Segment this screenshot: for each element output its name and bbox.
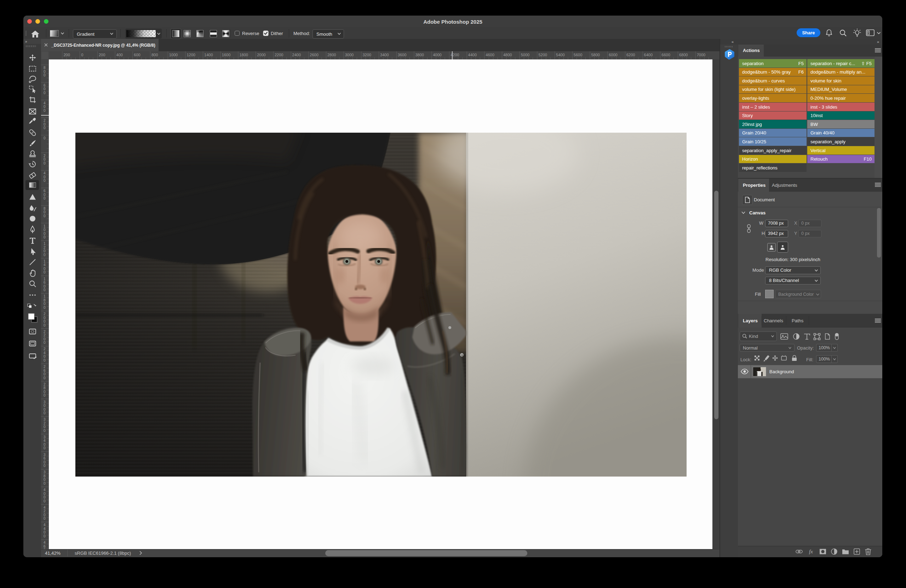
svg-text:0: 0 — [43, 253, 46, 257]
svg-text:0: 0 — [43, 446, 46, 450]
svg-text:1: 1 — [43, 224, 46, 228]
svg-text:3: 3 — [43, 417, 46, 421]
svg-text:0: 0 — [43, 530, 46, 534]
svg-text:2: 2 — [43, 347, 46, 351]
svg-text:3000: 3000 — [345, 53, 354, 57]
svg-text:0: 0 — [43, 359, 46, 362]
svg-text:8: 8 — [43, 66, 46, 70]
svg-text:6: 6 — [43, 369, 46, 373]
svg-text:6400: 6400 — [644, 53, 652, 57]
svg-text:0: 0 — [43, 175, 46, 179]
svg-text:6: 6 — [43, 83, 46, 88]
svg-text:2: 2 — [43, 509, 46, 513]
svg-text:200: 200 — [99, 53, 105, 57]
svg-text:0: 0 — [43, 425, 46, 429]
svg-text:2: 2 — [43, 333, 46, 337]
svg-text:3: 3 — [43, 453, 46, 457]
svg-text:1000: 1000 — [169, 53, 178, 57]
svg-text:0: 0 — [43, 267, 46, 271]
svg-text:1: 1 — [43, 294, 46, 298]
svg-text:4800: 4800 — [503, 53, 512, 57]
svg-text:6: 6 — [43, 545, 46, 548]
svg-text:2: 2 — [43, 382, 46, 386]
svg-text:4: 4 — [43, 540, 46, 545]
svg-text:2: 2 — [43, 421, 46, 425]
svg-text:2200: 2200 — [274, 53, 283, 57]
svg-text:4: 4 — [43, 171, 46, 175]
svg-text:0: 0 — [43, 302, 46, 306]
svg-text:0: 0 — [43, 404, 46, 408]
svg-text:0: 0 — [43, 161, 46, 165]
svg-text:8: 8 — [43, 386, 46, 390]
svg-text:0: 0 — [43, 232, 46, 236]
svg-text:0: 0 — [43, 288, 46, 292]
svg-text:4: 4 — [43, 488, 46, 492]
svg-text:8: 8 — [43, 298, 46, 302]
svg-text:4: 4 — [43, 505, 46, 510]
svg-text:0: 0 — [43, 478, 46, 481]
svg-text:0: 0 — [43, 429, 46, 433]
svg-text:0: 0 — [43, 126, 46, 130]
svg-text:0: 0 — [43, 105, 46, 108]
svg-text:0: 0 — [43, 210, 46, 214]
svg-text:2800: 2800 — [327, 53, 336, 57]
svg-text:800: 800 — [152, 53, 158, 57]
svg-text:0: 0 — [43, 534, 46, 538]
svg-text:6800: 6800 — [679, 53, 687, 57]
svg-text:0: 0 — [43, 337, 46, 341]
svg-text:1800: 1800 — [239, 53, 248, 57]
svg-text:0: 0 — [43, 492, 46, 496]
svg-text:0: 0 — [43, 136, 46, 140]
svg-text:4: 4 — [43, 263, 46, 267]
svg-text:0: 0 — [43, 73, 46, 77]
svg-text:0: 0 — [43, 91, 46, 95]
svg-text:0: 0 — [43, 270, 46, 274]
svg-text:0: 0 — [43, 354, 46, 359]
svg-text:0: 0 — [43, 70, 46, 73]
svg-text:2: 2 — [43, 118, 46, 123]
svg-text:8: 8 — [43, 207, 46, 210]
svg-text:2600: 2600 — [309, 53, 318, 57]
svg-text:6: 6 — [43, 280, 46, 284]
svg-text:5600: 5600 — [574, 53, 582, 57]
svg-text:0: 0 — [43, 443, 46, 446]
svg-text:3600: 3600 — [398, 53, 406, 57]
svg-text:1: 1 — [43, 277, 46, 281]
svg-text:4: 4 — [43, 101, 46, 105]
svg-text:200: 200 — [64, 53, 70, 57]
svg-text:6600: 6600 — [662, 53, 670, 57]
svg-text:4000: 4000 — [433, 53, 441, 57]
svg-text:0: 0 — [81, 53, 83, 57]
svg-text:0: 0 — [43, 214, 46, 218]
svg-text:600: 600 — [134, 53, 140, 57]
svg-text:5200: 5200 — [538, 53, 547, 57]
svg-text:0: 0 — [43, 376, 46, 380]
svg-text:3: 3 — [43, 400, 46, 404]
svg-text:6: 6 — [43, 189, 46, 193]
svg-text:4200: 4200 — [450, 53, 459, 57]
svg-text:2: 2 — [43, 154, 46, 158]
svg-text:0: 0 — [43, 319, 46, 323]
svg-text:2: 2 — [43, 365, 46, 369]
svg-text:0: 0 — [43, 158, 46, 161]
svg-text:400: 400 — [116, 53, 123, 57]
svg-text:0: 0 — [43, 464, 46, 468]
svg-text:0: 0 — [43, 316, 46, 320]
svg-text:0: 0 — [43, 193, 46, 197]
svg-text:0: 0 — [43, 306, 46, 309]
svg-text:0: 0 — [43, 178, 46, 183]
svg-text:0: 0 — [43, 499, 46, 503]
svg-text:4: 4 — [43, 523, 46, 527]
svg-text:6000: 6000 — [609, 53, 617, 57]
svg-text:1600: 1600 — [222, 53, 230, 57]
svg-text:0: 0 — [43, 341, 46, 344]
svg-text:6: 6 — [43, 456, 46, 460]
svg-text:7000: 7000 — [697, 53, 705, 57]
svg-text:0: 0 — [43, 516, 46, 520]
svg-text:1200: 1200 — [187, 53, 195, 57]
svg-text:3400: 3400 — [380, 53, 389, 57]
svg-text:0: 0 — [43, 123, 46, 126]
svg-text:0: 0 — [43, 323, 46, 327]
svg-text:0: 0 — [43, 228, 46, 232]
svg-text:5400: 5400 — [556, 53, 565, 57]
